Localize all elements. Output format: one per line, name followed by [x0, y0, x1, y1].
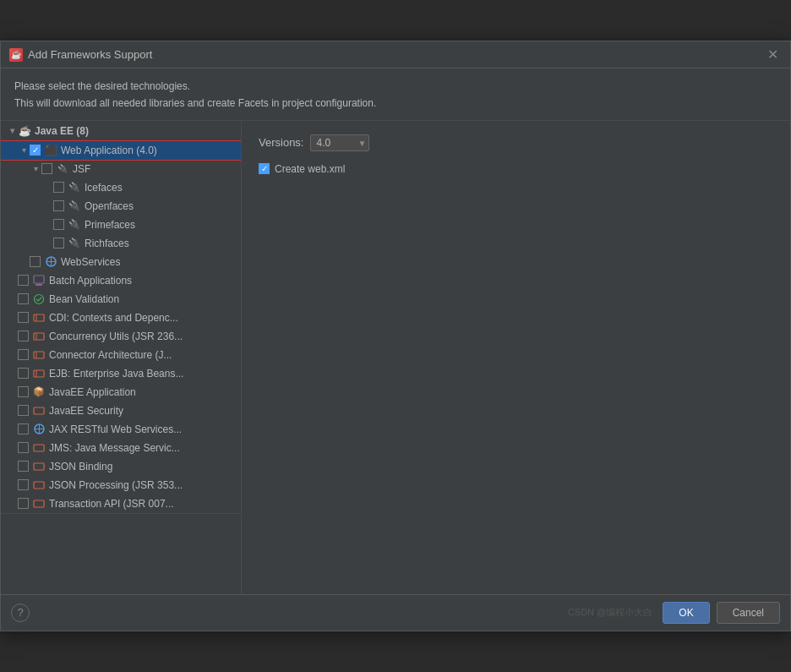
frameworks-tree[interactable]: ▾ ☕ Java EE (8) ▾ ✓ ⬛ Web Application (4…	[1, 121, 242, 594]
tree-item-concurrency[interactable]: Concurrency Utils (JSR 236...	[1, 327, 241, 346]
tree-item-beanval-label: Bean Validation	[49, 293, 119, 305]
tree-item-webservices-label: WebServices	[61, 256, 120, 268]
tree-item-cdi-label: CDI: Contexts and Depenc...	[49, 312, 178, 324]
tree-item-ejb[interactable]: EJB: Enterprise Java Beans...	[1, 364, 241, 383]
svg-rect-10	[34, 352, 44, 358]
javaeeapp-icon: 📦	[32, 385, 46, 399]
tree-item-jsonbinding[interactable]: JSON Binding	[1, 457, 241, 476]
right-panel: Versions: 3.0 3.1 4.0 ▼ ✓ Create web.xml	[242, 121, 790, 594]
svg-rect-6	[34, 314, 44, 321]
section-javaee[interactable]: ▾ ☕ Java EE (8)	[1, 121, 241, 141]
checkbox-cdi[interactable]	[18, 312, 29, 323]
tree-item-transaction-label: Transaction API (JSR 007...	[49, 498, 174, 510]
checkbox-javaeeapp[interactable]	[18, 386, 29, 397]
checkbox-icefaces[interactable]	[53, 182, 64, 193]
richfaces-icon: 🔌	[68, 237, 81, 250]
batch-icon	[32, 274, 46, 287]
checkbox-concurrency[interactable]	[18, 331, 29, 341]
svg-rect-21	[34, 500, 44, 507]
checkbox-batch[interactable]	[18, 275, 29, 286]
version-select-wrapper[interactable]: 3.0 3.1 4.0 ▼	[310, 134, 369, 151]
create-xml-row[interactable]: ✓ Create web.xml	[259, 163, 773, 175]
svg-rect-19	[34, 463, 44, 470]
checkbox-webapp[interactable]: ✓	[30, 145, 41, 156]
checkbox-jsf[interactable]	[41, 163, 52, 174]
tree-item-beanval[interactable]: Bean Validation	[1, 290, 241, 309]
tree-item-jsf-label: JSF	[73, 163, 90, 175]
checkbox-jsonbinding[interactable]	[18, 461, 29, 472]
checkbox-connector[interactable]	[18, 349, 29, 360]
ok-button[interactable]: OK	[663, 602, 709, 624]
cdi-icon	[32, 311, 46, 325]
webservices-icon	[44, 255, 57, 269]
tree-item-javaeeesc-label: JavaEE Security	[49, 405, 123, 417]
tree-item-richfaces-label: Richfaces	[85, 238, 129, 249]
tree-item-webservices[interactable]: WebServices	[1, 253, 241, 271]
tree-item-jsf[interactable]: ▾ 🔌 JSF	[1, 160, 241, 178]
transaction-icon	[32, 497, 46, 511]
versions-row: Versions: 3.0 3.1 4.0 ▼	[259, 134, 773, 151]
cancel-button[interactable]: Cancel	[717, 602, 780, 624]
webapp-icon: ⬛	[44, 144, 57, 157]
tree-item-icefaces[interactable]: 🔌 Icefaces	[1, 178, 241, 197]
ejb-icon	[32, 367, 46, 380]
help-button[interactable]: ?	[11, 604, 30, 622]
watermark: CSDN @编程小大白	[568, 606, 652, 619]
tree-item-connector-label: Connector Architecture (J...	[49, 349, 172, 361]
checkbox-jms[interactable]	[18, 442, 29, 453]
svg-rect-8	[34, 333, 44, 340]
checkbox-jaxrs[interactable]	[18, 423, 29, 434]
create-xml-label: Create web.xml	[275, 163, 345, 175]
checkbox-javaeeesc[interactable]	[18, 405, 29, 416]
tree-item-icefaces-label: Icefaces	[85, 182, 123, 194]
checkbox-ejb[interactable]	[18, 368, 29, 379]
tree-item-jsonprocessing-label: JSON Processing (JSR 353...	[49, 479, 183, 491]
tree-item-concurrency-label: Concurrency Utils (JSR 236...	[49, 331, 183, 342]
dialog-title: Add Frameworks Support	[28, 48, 759, 61]
tree-item-javaeeapp[interactable]: 📦 JavaEE Application	[1, 383, 241, 402]
checkbox-richfaces[interactable]	[53, 238, 64, 249]
checkbox-jsonprocessing[interactable]	[18, 479, 29, 490]
checkbox-webservices[interactable]	[30, 256, 41, 267]
checkbox-create-xml[interactable]: ✓	[259, 163, 270, 174]
tree-item-richfaces[interactable]: 🔌 Richfaces	[1, 234, 241, 253]
tree-item-javaeeesc[interactable]: JavaEE Security	[1, 402, 241, 420]
tree-item-jsonbinding-label: JSON Binding	[49, 461, 112, 473]
header-line1: Please select the desired technologies.	[14, 79, 777, 95]
dialog-icon: ☕	[9, 48, 23, 62]
section-javaee-label: Java EE (8)	[35, 125, 89, 137]
checkbox-openfaces[interactable]	[53, 200, 64, 211]
footer-buttons: OK Cancel	[663, 602, 780, 624]
svg-rect-4	[35, 284, 42, 286]
primefaces-icon: 🔌	[68, 218, 81, 232]
jsonprocessing-icon	[32, 478, 46, 492]
tree-item-connector[interactable]: Connector Architecture (J...	[1, 346, 241, 364]
svg-rect-20	[34, 482, 44, 489]
tree-item-primefaces-label: Primefaces	[85, 219, 135, 231]
tree-item-webapp[interactable]: ▾ ✓ ⬛ Web Application (4.0)	[1, 141, 241, 160]
tree-item-webapp-label: Web Application (4.0)	[61, 145, 157, 156]
expand-jsf-icon: ▾	[30, 163, 41, 175]
tree-item-primefaces[interactable]: 🔌 Primefaces	[1, 216, 241, 234]
tree-item-openfaces[interactable]: 🔌 Openfaces	[1, 197, 241, 216]
tree-item-cdi[interactable]: CDI: Contexts and Depenc...	[1, 309, 241, 327]
svg-rect-14	[34, 407, 44, 414]
connector-icon	[32, 348, 46, 362]
version-select[interactable]: 3.0 3.1 4.0	[310, 134, 369, 151]
close-button[interactable]: ✕	[764, 46, 782, 63]
checkbox-transaction[interactable]	[18, 498, 29, 509]
tree-item-jaxrs-label: JAX RESTful Web Services...	[49, 423, 182, 435]
tree-item-jsonprocessing[interactable]: JSON Processing (JSR 353...	[1, 476, 241, 494]
checkbox-primefaces[interactable]	[53, 219, 64, 230]
tree-item-jaxrs[interactable]: JAX RESTful Web Services...	[1, 420, 241, 439]
tree-item-transaction[interactable]: Transaction API (JSR 007...	[1, 494, 241, 514]
checkbox-beanval[interactable]	[18, 293, 29, 304]
jsonbinding-icon	[32, 460, 46, 473]
javaee-icon: ☕	[18, 124, 31, 138]
dialog-body: ▾ ☕ Java EE (8) ▾ ✓ ⬛ Web Application (4…	[1, 121, 790, 594]
icefaces-icon: 🔌	[68, 181, 81, 194]
expand-javaee-icon: ▾	[6, 125, 18, 137]
tree-item-batch[interactable]: Batch Applications	[1, 271, 241, 290]
svg-rect-12	[34, 370, 44, 377]
tree-item-jms[interactable]: JMS: Java Message Servic...	[1, 439, 241, 457]
